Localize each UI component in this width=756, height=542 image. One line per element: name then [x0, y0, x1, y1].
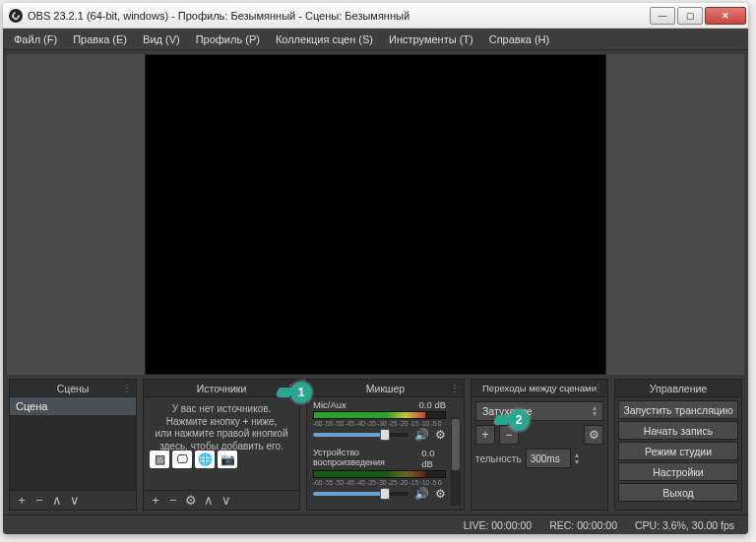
panel-sources: Источники⋮ У вас нет источников. Нажмите… — [143, 379, 300, 511]
source-up-button[interactable]: ∧ — [203, 495, 215, 507]
meter-scale: -60 -55 -50 -45 -40 -35 -30 -25 -20 -15 … — [313, 420, 446, 427]
maximize-button[interactable]: ▢ — [677, 7, 703, 25]
meter-scale: -60 -55 -50 -45 -40 -35 -30 -25 -20 -15 … — [313, 479, 446, 486]
source-type-globe-icon: 🌐 — [195, 451, 215, 468]
channel-db: 0.0 dB — [419, 399, 446, 410]
panel-scenes-title: Сцены — [57, 383, 90, 394]
status-cpu: CPU: 3.6%, 30.00 fps — [635, 519, 734, 531]
menu-help[interactable]: Справка (H) — [482, 31, 556, 47]
window-title: OBS 23.2.1 (64-bit, windows) - Профиль: … — [28, 10, 648, 22]
channel-name: Mic/Aux — [313, 399, 346, 410]
menu-profile[interactable]: Профиль (P) — [189, 31, 267, 47]
status-rec: REC: 00:00:00 — [549, 519, 617, 531]
panel-menu-icon[interactable]: ⋮ — [450, 383, 460, 393]
menu-scene-collection[interactable]: Коллекция сцен (S) — [269, 31, 380, 47]
scene-down-button[interactable]: ∨ — [69, 495, 81, 507]
app-icon — [9, 9, 23, 23]
source-settings-button[interactable]: ⚙ — [185, 495, 197, 507]
source-down-button[interactable]: ∨ — [220, 495, 232, 507]
add-source-button[interactable]: + — [150, 495, 161, 507]
titlebar: OBS 23.2.1 (64-bit, windows) - Профиль: … — [3, 3, 748, 29]
close-button[interactable]: ✕ — [705, 7, 746, 25]
menu-tools[interactable]: Инструменты (T) — [382, 31, 480, 47]
statusbar: LIVE: 00:00:00 REC: 00:00:00 CPU: 3.6%, … — [3, 514, 748, 534]
source-type-display-icon: 🖵 — [172, 451, 192, 468]
source-type-image-icon: ▨ — [150, 451, 169, 468]
panel-menu-icon[interactable]: ⋮ — [594, 383, 603, 393]
gear-icon[interactable]: ⚙ — [435, 487, 446, 501]
mixer-scrollbar[interactable] — [451, 417, 461, 506]
source-type-camera-icon: 📷 — [218, 451, 237, 468]
panel-controls: Управление Запустить трансляцию Начать з… — [614, 379, 742, 511]
volume-slider[interactable] — [313, 492, 409, 496]
status-live: LIVE: 00:00:00 — [464, 519, 532, 531]
studio-mode-button[interactable]: Режим студии — [618, 442, 738, 460]
preview-area — [7, 54, 744, 375]
scene-up-button[interactable]: ∧ — [51, 495, 63, 507]
start-stream-button[interactable]: Запустить трансляцию — [618, 400, 738, 419]
channel-name: Устройство воспроизведения — [313, 448, 421, 469]
panel-transitions: Переходы между сценами⋮ Затухание ▴▾ + −… — [471, 379, 608, 511]
audio-meter — [313, 470, 446, 478]
start-record-button[interactable]: Начать запись — [618, 421, 738, 440]
add-transition-button[interactable]: + — [475, 425, 495, 445]
channel-db: 0.0 dB — [421, 448, 446, 469]
gear-icon[interactable]: ⚙ — [435, 428, 446, 442]
duration-input[interactable]: 300ms — [526, 449, 571, 468]
volume-slider[interactable] — [313, 433, 409, 437]
transition-settings-button[interactable]: ⚙ — [584, 425, 603, 445]
menu-file[interactable]: Файл (F) — [7, 31, 64, 47]
duration-label: тельность — [475, 453, 522, 464]
preview-canvas[interactable] — [145, 54, 606, 375]
remove-scene-button[interactable]: − — [33, 495, 45, 507]
chevron-updown-icon[interactable]: ▴▾ — [575, 452, 579, 465]
panel-transitions-title: Переходы между сценами — [482, 383, 597, 393]
audio-meter — [313, 411, 446, 419]
panel-sources-title: Источники — [197, 383, 247, 394]
add-scene-button[interactable]: + — [16, 495, 28, 507]
menubar: Файл (F) Правка (E) Вид (V) Профиль (P) … — [3, 29, 748, 50]
panel-menu-icon[interactable]: ⋮ — [122, 383, 132, 393]
speaker-icon[interactable]: 🔊 — [414, 428, 429, 442]
scene-item[interactable]: Сцена — [10, 397, 136, 415]
exit-button[interactable]: Выход — [618, 483, 738, 502]
annotation-callout-2: 2 — [508, 409, 530, 431]
panel-mixer-title: Микшер — [366, 383, 405, 394]
menu-edit[interactable]: Правка (E) — [66, 31, 134, 47]
remove-source-button[interactable]: − — [167, 495, 179, 507]
mixer-channel: Mic/Aux0.0 dB -60 -55 -50 -45 -40 -35 -3… — [313, 399, 446, 442]
panel-controls-title: Управление — [650, 383, 707, 394]
mixer-channel: Устройство воспроизведения0.0 dB -60 -55… — [313, 448, 446, 501]
panel-mixer: Микшер⋮ Mic/Aux0.0 dB -60 -55 -50 -45 -4… — [306, 379, 465, 511]
speaker-icon[interactable]: 🔊 — [414, 487, 429, 501]
annotation-callout-1: 1 — [290, 382, 312, 403]
panel-scenes: Сцены⋮ Сцена + − ∧ ∨ — [9, 379, 137, 511]
menu-view[interactable]: Вид (V) — [136, 31, 187, 47]
minimize-button[interactable]: — — [650, 7, 675, 25]
settings-button[interactable]: Настройки — [618, 462, 738, 481]
chevron-updown-icon: ▴▾ — [593, 405, 597, 417]
